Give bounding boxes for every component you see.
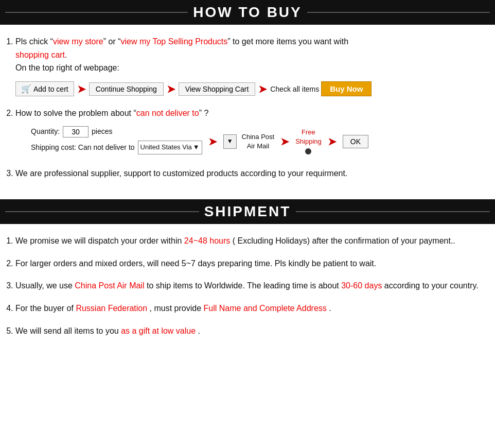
step1-text-after: ” to get more items you want with (227, 37, 348, 46)
shipment-title: SHIPMENT (204, 203, 291, 220)
shipment-section: We promise we will dispatch your order w… (0, 224, 495, 357)
how-to-buy-title: HOW TO BUY (193, 4, 302, 21)
dropdown-triangle-icon: ▼ (193, 142, 200, 153)
button-row: 🛒 Add to cert ➤ Continue Shopping ➤ View… (15, 81, 490, 97)
ship4-mid: , must provide (150, 304, 201, 313)
quantity-input[interactable] (63, 126, 89, 137)
ship-item1: We promise we will dispatch your order w… (15, 234, 490, 248)
free-shipping-box: Free Shipping (295, 128, 322, 156)
step1-text-mid1: ” or “ (103, 37, 121, 46)
china-post-line2: Air Mail (242, 142, 275, 151)
shopping-cart-link[interactable]: shopping cart (15, 50, 65, 59)
ship1-after: ( Excluding Holidays) after the confirma… (233, 236, 455, 245)
quantity-label: Quantity: (31, 126, 60, 137)
russian-federation-link[interactable]: Russian Federation (76, 304, 147, 313)
can-not-deliver-text: can not deliver to (136, 109, 199, 117)
continue-shopping-button[interactable]: Continue Shopping (89, 82, 164, 96)
shipping-row: Shipping cost: Can not deliver to United… (31, 141, 202, 154)
arrow4-icon: ➤ (208, 133, 217, 150)
shipping-label: Shipping cost: Can not deliver to (31, 142, 135, 153)
ship1-highlight: 24~48 hours (184, 236, 230, 245)
small-dropdown-button[interactable]: ▼ (223, 134, 237, 148)
ship3-after: according to your country. (384, 281, 479, 290)
ship4-highlight: Full Name and Complete Address (204, 304, 327, 313)
ship3-mid: to ship items to Worldwide. The leading … (147, 281, 339, 290)
step2-text-before: How to solve the problem about “ (15, 109, 136, 117)
ship-item3: Usually, we use China Post Air Mail to s… (15, 279, 490, 292)
ship3-highlight: 30-60 days (341, 281, 382, 290)
ship-item2: For larger orders and mixed orders, will… (15, 257, 490, 270)
step2-text-after: ” ? (199, 109, 209, 117)
shipping-dropdown[interactable]: United States Via ▼ (138, 141, 202, 154)
china-post-line1: China Post (242, 132, 275, 142)
add-to-cart-button[interactable]: 🛒 Add to cert (15, 81, 74, 96)
step1-text-before: Pls chick “ (15, 37, 53, 46)
ship2-text: For larger orders and mixed orders, will… (15, 259, 376, 268)
ship5-before: We will send all items to you (15, 326, 119, 335)
arrow6-icon: ➤ (328, 133, 337, 150)
step2-diagram: Quantity: pieces Shipping cost: Can not … (15, 126, 490, 157)
shipping-label-text: Shipping (295, 137, 322, 146)
shipment-header: SHIPMENT (0, 199, 495, 224)
pieces-label: pieces (92, 126, 112, 137)
ship3-before: Usually, we use (15, 281, 73, 290)
arrow5-icon: ➤ (280, 133, 289, 150)
how-to-buy-header: HOW TO BUY (0, 0, 495, 25)
china-post-box: China Post Air Mail (242, 132, 275, 151)
arrow3-icon: ➤ (258, 81, 267, 97)
ship-item4: For the buyer of Russian Federation , mu… (15, 302, 490, 315)
view-top-selling-link[interactable]: view my Top Selling Products (120, 37, 227, 46)
step1: Pls chick “view my store” or “view my To… (15, 35, 490, 97)
quantity-row: Quantity: pieces (31, 126, 202, 137)
view-my-store-link[interactable]: view my store (53, 37, 103, 46)
free-label: Free (295, 128, 322, 137)
ship5-after: . (198, 326, 200, 335)
top-right-label: On the top right of webpage: (15, 63, 119, 72)
left-panel: Quantity: pieces Shipping cost: Can not … (31, 126, 202, 157)
arrow2-icon: ➤ (167, 81, 175, 97)
view-cart-button[interactable]: View Shopping Cart (179, 82, 255, 96)
step3-text: We are professional supplier, support to… (15, 169, 347, 178)
step2: How to solve the problem about “can not … (15, 107, 490, 158)
ship1-before: We promise we will dispatch your order w… (15, 236, 182, 245)
buy-now-button[interactable]: Buy Now (321, 81, 372, 96)
ship-item5: We will send all items to you as a gift … (15, 324, 490, 338)
ship4-after: . (329, 304, 331, 313)
ship5-highlight: as a gift at low value (121, 326, 196, 335)
radio-icon (295, 146, 322, 156)
arrow1-icon: ➤ (77, 81, 86, 97)
ship4-before: For the buyer of (15, 304, 74, 313)
how-to-buy-section: Pls chick “view my store” or “view my To… (0, 25, 495, 199)
cart-icon: 🛒 (21, 84, 31, 94)
check-all-label: Check all items (270, 83, 319, 95)
ok-button[interactable]: OK (343, 135, 368, 148)
step3: We are professional supplier, support to… (15, 167, 490, 180)
china-post-link[interactable]: China Post Air Mail (75, 281, 144, 290)
